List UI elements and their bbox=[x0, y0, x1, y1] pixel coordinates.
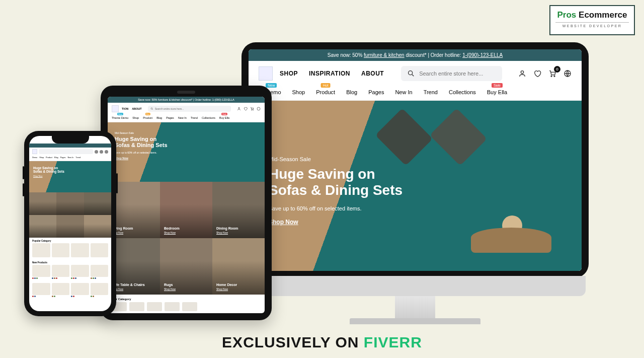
phone-logo[interactable] bbox=[32, 149, 37, 154]
t-sub-trend[interactable]: Trend bbox=[191, 116, 198, 119]
svg-point-2 bbox=[521, 71, 523, 74]
hero-title: Huge Saving onSofas & Dining Sets bbox=[269, 166, 403, 198]
globe-icon[interactable] bbox=[257, 107, 261, 111]
hero-banner: Mid-Season Sale Huge Saving onSofas & Di… bbox=[249, 101, 582, 271]
cart-button[interactable]: 0 bbox=[548, 69, 556, 78]
cart-icon[interactable] bbox=[105, 150, 108, 154]
search-box[interactable] bbox=[401, 66, 502, 81]
nav-inspiration[interactable]: INSPIRATION bbox=[309, 70, 350, 77]
product-thumb[interactable] bbox=[91, 243, 109, 257]
t-sub-coll[interactable]: Collections bbox=[202, 116, 215, 119]
footer-tagline: EXCLUSIVELY ON FIVERR bbox=[0, 334, 644, 351]
sub-newin[interactable]: New In bbox=[395, 89, 412, 95]
heart-icon[interactable] bbox=[244, 107, 248, 111]
svg-line-7 bbox=[152, 109, 152, 110]
user-icon[interactable] bbox=[518, 69, 526, 78]
sub-blog[interactable]: Blog bbox=[346, 89, 357, 95]
product-thumb[interactable] bbox=[32, 243, 50, 257]
product-card[interactable] bbox=[91, 265, 109, 279]
svg-point-8 bbox=[238, 107, 240, 109]
brand-word-2: Ecommerce bbox=[576, 10, 627, 20]
cat-tile[interactable] bbox=[84, 192, 111, 215]
cat-tile[interactable] bbox=[56, 215, 84, 238]
sub-buy[interactable]: SaleBuy Ella bbox=[487, 89, 507, 95]
t-sub-shop[interactable]: Shop bbox=[132, 116, 139, 119]
tablet-hero-cta[interactable]: Shop Now bbox=[115, 157, 265, 160]
sub-collections[interactable]: Collections bbox=[449, 89, 476, 95]
heart-icon[interactable] bbox=[533, 69, 541, 78]
product-card[interactable] bbox=[32, 265, 50, 279]
t-sub-newin[interactable]: New In bbox=[178, 116, 187, 119]
phone-hero-cta[interactable]: Shop Now bbox=[33, 175, 111, 177]
t-nav-about[interactable]: ABOUT bbox=[132, 107, 142, 110]
hero-subtitle: Save up to 60% off on selected items. bbox=[269, 205, 403, 211]
sub-pages[interactable]: Pages bbox=[368, 89, 384, 95]
sub-shop[interactable]: Shop bbox=[292, 89, 305, 95]
cat-dining-room[interactable]: Dining RoomShop Now bbox=[212, 182, 265, 238]
tablet-hero: Mid-Season Sale Huge Saving onSofas & Di… bbox=[108, 122, 265, 182]
phone-search[interactable] bbox=[39, 149, 93, 154]
cat-tile[interactable] bbox=[84, 215, 111, 238]
product-card[interactable] bbox=[71, 283, 89, 297]
product-card[interactable] bbox=[71, 265, 89, 279]
user-icon[interactable] bbox=[95, 150, 98, 154]
tablet-search-input[interactable] bbox=[155, 107, 228, 110]
hero-kicker: Mid-Season Sale bbox=[269, 156, 403, 162]
t-sub-product[interactable]: HotProduct bbox=[143, 116, 152, 119]
nav-shop[interactable]: SHOP bbox=[280, 70, 298, 77]
desktop-monitor-mockup: Save now: 50% furniture & kitchen discou… bbox=[242, 42, 589, 324]
search-icon bbox=[407, 69, 415, 78]
svg-point-6 bbox=[151, 108, 152, 109]
svg-point-3 bbox=[551, 76, 552, 77]
cat-tile[interactable] bbox=[29, 215, 56, 238]
phone-subnav: Demo Shop Product Blog Pages New In Tren… bbox=[29, 156, 111, 161]
product-thumb[interactable] bbox=[182, 302, 197, 311]
cat-home-decor[interactable]: Home DecorShop Now bbox=[212, 238, 265, 295]
sub-product[interactable]: HotProduct bbox=[316, 89, 335, 95]
cart-icon[interactable] bbox=[250, 107, 254, 111]
cat-tile[interactable] bbox=[29, 192, 56, 215]
promo-phone[interactable]: 1-(090)-123-ELLA bbox=[462, 52, 503, 58]
t-sub-blog[interactable]: Blog bbox=[156, 116, 162, 119]
phone-new-products-section: New Products bbox=[29, 259, 111, 281]
tablet-category-grid: Living RoomShop Now BedroomShop Now Dini… bbox=[108, 182, 265, 295]
site-logo[interactable] bbox=[259, 66, 273, 81]
product-card[interactable] bbox=[32, 283, 50, 297]
fiverr-brand: FIVERR bbox=[364, 334, 422, 350]
product-thumb[interactable] bbox=[71, 243, 89, 257]
t-sub-demo[interactable]: NewTheme Demo bbox=[112, 116, 128, 119]
sub-trend[interactable]: Trend bbox=[424, 89, 438, 95]
user-icon[interactable] bbox=[237, 107, 241, 111]
t-sub-buy[interactable]: SaleBuy Ella bbox=[219, 116, 229, 119]
search-icon bbox=[150, 107, 153, 110]
brand-word-1: Pros bbox=[557, 10, 577, 20]
tablet-search[interactable] bbox=[148, 106, 231, 112]
brand-logo-card: Pros Ecommerce WEBSITE DEVELOPER bbox=[549, 5, 635, 35]
t-nav-tion[interactable]: TION bbox=[122, 107, 128, 110]
globe-icon[interactable] bbox=[564, 69, 572, 78]
nav-about[interactable]: ABOUT bbox=[361, 70, 384, 77]
product-card[interactable] bbox=[52, 283, 70, 297]
promo-link[interactable]: furniture & kitchen bbox=[364, 52, 405, 58]
product-thumb[interactable] bbox=[147, 302, 162, 311]
cat-tile[interactable] bbox=[56, 192, 84, 215]
monitor-stand bbox=[395, 296, 435, 318]
cat-rugs[interactable]: RugsShop Now bbox=[160, 238, 212, 295]
t-sub-pages[interactable]: Pages bbox=[166, 116, 174, 119]
cat-bedroom[interactable]: BedroomShop Now bbox=[160, 182, 212, 238]
tablet-subnav: NewTheme Demo Shop HotProduct Blog Pages… bbox=[108, 115, 265, 122]
desktop-screen: Save now: 50% furniture & kitchen discou… bbox=[249, 49, 582, 271]
cart-count-badge: 0 bbox=[554, 66, 560, 73]
tablet-logo[interactable] bbox=[112, 105, 119, 112]
svg-line-1 bbox=[412, 75, 414, 76]
product-thumb[interactable] bbox=[165, 302, 180, 311]
search-input[interactable] bbox=[419, 70, 496, 77]
product-thumb[interactable] bbox=[129, 302, 144, 311]
product-card[interactable] bbox=[91, 283, 109, 297]
product-card[interactable] bbox=[52, 265, 70, 279]
phone-popular-section: Popular Category bbox=[29, 238, 111, 259]
heart-icon[interactable] bbox=[100, 150, 103, 154]
phone-notch-icon bbox=[52, 136, 89, 144]
hero-cta[interactable]: Shop Now bbox=[269, 219, 403, 226]
product-thumb[interactable] bbox=[52, 243, 70, 257]
